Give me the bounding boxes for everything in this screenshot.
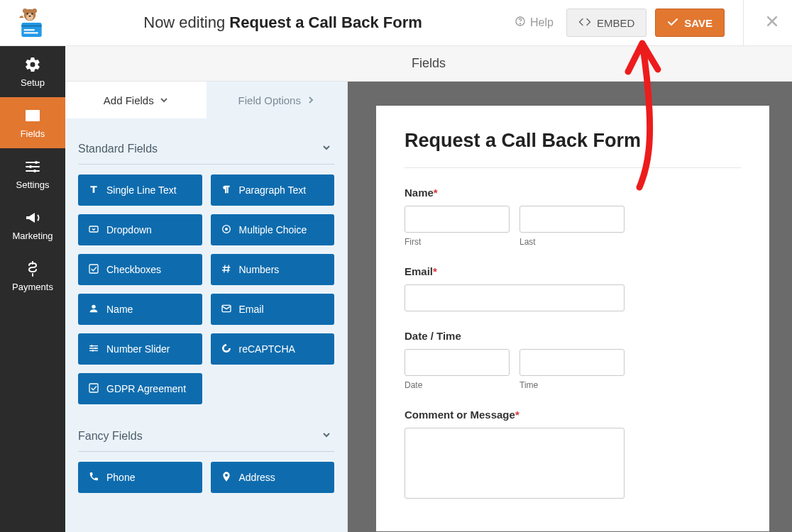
divider bbox=[78, 451, 334, 452]
svg-point-30 bbox=[92, 350, 94, 352]
field-label: Address bbox=[239, 472, 275, 483]
tab-label: Add Fields bbox=[104, 94, 154, 106]
preview-field-datetime[interactable]: Date / Time Date Time bbox=[405, 330, 741, 390]
divider bbox=[743, 0, 744, 46]
panel-heading-text: Fields bbox=[412, 56, 446, 71]
svg-point-19 bbox=[35, 161, 38, 164]
svg-rect-17 bbox=[27, 116, 32, 117]
help-icon bbox=[515, 16, 526, 30]
field-email[interactable]: Email bbox=[211, 294, 335, 325]
paragraph-icon bbox=[221, 184, 232, 197]
pin-icon bbox=[221, 471, 232, 484]
section-standard-fields[interactable]: Standard Fields bbox=[78, 130, 334, 164]
nav-setup[interactable]: Setup bbox=[0, 46, 65, 97]
editing-prefix: Now editing bbox=[143, 13, 225, 31]
field-label: Multiple Choice bbox=[239, 224, 307, 235]
recaptcha-icon bbox=[221, 343, 232, 356]
embed-label: EMBED bbox=[597, 17, 634, 29]
chevron-down-icon bbox=[321, 143, 331, 155]
field-label: reCAPTCHA bbox=[239, 343, 295, 355]
tab-label: Field Options bbox=[238, 94, 301, 106]
help-link[interactable]: Help bbox=[515, 16, 554, 30]
comment-textarea[interactable] bbox=[405, 428, 625, 499]
form-preview-area[interactable]: Request a Call Back Form Name* First bbox=[348, 82, 792, 532]
field-number-slider[interactable]: Number Slider bbox=[78, 333, 202, 365]
svg-point-24 bbox=[225, 228, 228, 231]
tab-field-options[interactable]: Field Options bbox=[207, 82, 348, 118]
left-nav: Setup Fields Settings Marketing Payments bbox=[0, 46, 65, 532]
phone-icon bbox=[88, 471, 99, 484]
section-fancy-fields[interactable]: Fancy Fields bbox=[78, 417, 334, 451]
save-label: SAVE bbox=[684, 17, 713, 29]
check-icon bbox=[88, 263, 99, 277]
label-text: Date / Time bbox=[405, 330, 461, 342]
chevron-right-icon bbox=[307, 94, 315, 106]
field-name[interactable]: Name bbox=[78, 294, 202, 325]
first-name-input[interactable] bbox=[405, 206, 510, 233]
field-single-line-text[interactable]: Single Line Text bbox=[78, 174, 202, 206]
svg-point-26 bbox=[92, 304, 95, 308]
svg-rect-16 bbox=[26, 110, 40, 113]
svg-rect-22 bbox=[89, 226, 98, 232]
sublabel: Date bbox=[405, 380, 510, 390]
nav-marketing[interactable]: Marketing bbox=[0, 199, 65, 250]
check-icon bbox=[667, 17, 678, 29]
chevron-down-icon bbox=[160, 94, 168, 106]
text-icon bbox=[88, 184, 99, 197]
nav-payments[interactable]: Payments bbox=[0, 250, 65, 301]
embed-button[interactable]: EMBED bbox=[566, 9, 647, 37]
required-asterisk: * bbox=[433, 265, 437, 277]
dropdown-icon bbox=[88, 223, 99, 237]
close-button[interactable] bbox=[765, 14, 779, 31]
code-icon bbox=[578, 17, 591, 29]
field-label: Comment or Message* bbox=[405, 409, 741, 421]
field-checkboxes[interactable]: Checkboxes bbox=[78, 254, 202, 285]
save-button[interactable]: SAVE bbox=[655, 9, 725, 37]
time-input[interactable] bbox=[519, 349, 625, 376]
svg-point-6 bbox=[28, 16, 31, 17]
field-numbers[interactable]: Numbers bbox=[211, 254, 335, 285]
svg-point-28 bbox=[91, 345, 93, 347]
required-asterisk: * bbox=[434, 187, 438, 199]
svg-rect-10 bbox=[24, 32, 38, 33]
svg-point-12 bbox=[519, 23, 520, 24]
field-paragraph-text[interactable]: Paragraph Text bbox=[211, 174, 335, 206]
preview-field-email[interactable]: Email* bbox=[405, 265, 741, 311]
svg-rect-9 bbox=[24, 29, 35, 31]
sublabel: Last bbox=[519, 237, 625, 247]
help-text: Help bbox=[530, 16, 554, 29]
preview-field-comment[interactable]: Comment or Message* bbox=[405, 409, 741, 499]
field-dropdown[interactable]: Dropdown bbox=[78, 214, 202, 245]
wpforms-logo[interactable] bbox=[9, 5, 51, 40]
svg-rect-8 bbox=[21, 25, 41, 27]
field-recaptcha[interactable]: reCAPTCHA bbox=[211, 333, 335, 365]
field-label: Checkboxes bbox=[106, 264, 161, 275]
nav-settings[interactable]: Settings bbox=[0, 148, 65, 199]
preview-field-name[interactable]: Name* First Last bbox=[405, 187, 741, 247]
svg-point-2 bbox=[32, 9, 37, 13]
field-phone[interactable]: Phone bbox=[78, 462, 202, 493]
editing-title: Now editing Request a Call Back Form bbox=[51, 13, 515, 32]
nav-label: Settings bbox=[16, 179, 50, 190]
field-label: Number Slider bbox=[106, 343, 170, 355]
date-input[interactable] bbox=[405, 349, 510, 376]
field-label: Paragraph Text bbox=[239, 184, 307, 196]
nav-label: Marketing bbox=[12, 231, 53, 241]
nav-fields[interactable]: Fields bbox=[0, 97, 65, 148]
hash-icon bbox=[221, 263, 232, 277]
svg-rect-18 bbox=[27, 118, 34, 120]
required-asterisk: * bbox=[515, 409, 519, 421]
field-multiple-choice[interactable]: Multiple Choice bbox=[211, 214, 335, 245]
tab-add-fields[interactable]: Add Fields bbox=[65, 82, 207, 118]
form-name: Request a Call Back Form bbox=[229, 13, 422, 31]
panel-heading: Fields bbox=[65, 46, 792, 82]
email-input[interactable] bbox=[405, 284, 625, 311]
svg-rect-25 bbox=[89, 265, 98, 273]
section-title: Fancy Fields bbox=[78, 430, 143, 443]
sliders-icon bbox=[88, 343, 99, 356]
last-name-input[interactable] bbox=[519, 206, 625, 233]
field-gdpr-agreement[interactable]: GDPR Agreement bbox=[78, 373, 202, 404]
nav-label: Payments bbox=[12, 282, 53, 292]
field-address[interactable]: Address bbox=[211, 462, 335, 493]
field-label: Name bbox=[106, 304, 133, 315]
